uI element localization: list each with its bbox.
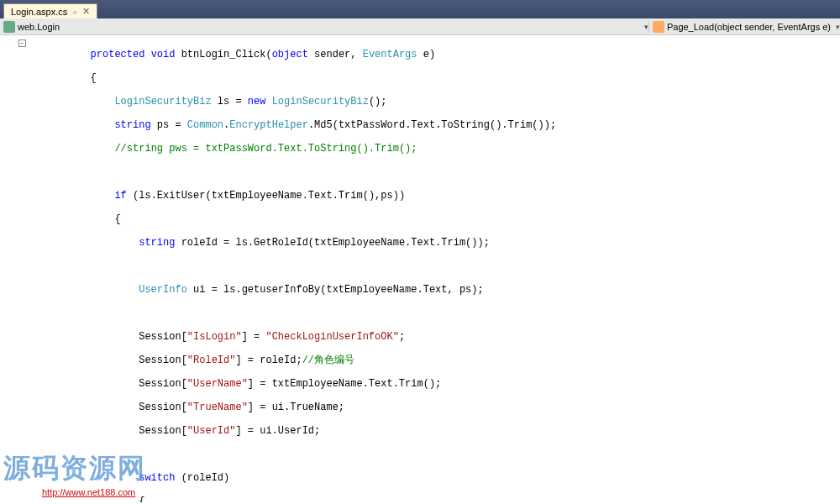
class-selector[interactable]: web.Login: [0, 21, 643, 33]
watermark-text: 源码资源网: [3, 450, 146, 487]
watermark-url: http://www.net188.com: [42, 487, 135, 497]
method-icon: [653, 21, 664, 33]
close-icon[interactable]: ✕: [82, 6, 90, 17]
chevron-down-icon[interactable]: ▾: [834, 23, 840, 31]
code-editor[interactable]: − protected void btnLogin_Click(object s…: [0, 35, 840, 502]
file-tab[interactable]: Login.aspx.cs ⬦ ✕: [3, 3, 97, 18]
gutter: −: [0, 35, 42, 502]
method-selector[interactable]: Page_Load(object sender, EventArgs e): [648, 21, 834, 33]
collapse-icon[interactable]: −: [18, 39, 26, 47]
class-icon: [3, 21, 15, 33]
tab-label: Login.aspx.cs: [11, 7, 67, 17]
code-area[interactable]: protected void btnLogin_Click(object sen…: [42, 35, 840, 502]
navigation-bar: web.Login ▾ Page_Load(object sender, Eve…: [0, 18, 840, 35]
chevron-down-icon[interactable]: ▾: [643, 23, 648, 31]
method-name: Page_Load(object sender, EventArgs e): [667, 22, 831, 32]
class-name: web.Login: [18, 22, 60, 32]
pin-icon[interactable]: ⬦: [72, 7, 77, 16]
tab-bar: Login.aspx.cs ⬦ ✕: [0, 0, 840, 18]
